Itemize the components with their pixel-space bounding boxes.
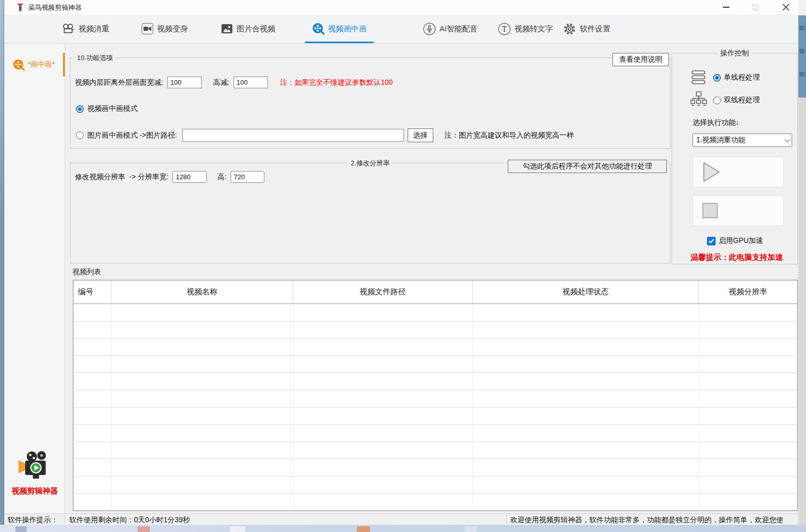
- sidebar-item-label: *画中画*: [28, 60, 55, 69]
- play-icon: [702, 161, 721, 183]
- app-window: 菜鸟视频剪辑神器 视频消重: [4, 0, 798, 525]
- taskbar-edge: [0, 525, 806, 532]
- app-logo-icon: [16, 3, 25, 12]
- sidebar: *画中画* 视频剪辑神器: [5, 44, 65, 514]
- tab-label: 软件设置: [580, 24, 610, 34]
- height-reduce-label: 高减:: [213, 78, 229, 87]
- image-pip-mode-radio[interactable]: [76, 131, 84, 139]
- status-separator: [65, 515, 65, 524]
- svg-text:T: T: [502, 25, 507, 33]
- desktop: 菜鸟视频剪辑神器 视频消重: [0, 0, 806, 532]
- image-pip-mode-label: 图片画中画模式 ->图片路径:: [87, 131, 177, 140]
- minimize-button[interactable]: [715, 0, 737, 14]
- dual-thread-label: 双线程处理: [724, 96, 760, 105]
- function-options-legend: 10.功能选项: [74, 53, 116, 63]
- tab-settings[interactable]: 软件设置: [563, 14, 610, 43]
- function-select-value: 1.视频消重功能: [696, 136, 745, 145]
- margin-settings-row: 视频内层距离外层画面宽减: 高减: 注：如果完全不懂建议参数默认100: [75, 77, 393, 88]
- movie-camera-logo-icon: [16, 450, 53, 482]
- width-reduce-label: 视频内层距离外层画面宽减:: [75, 78, 163, 87]
- text-t-icon: T: [498, 23, 511, 35]
- tab-label: 视频变身: [157, 24, 188, 34]
- stop-icon: [702, 203, 718, 218]
- resolution-legend: 2.修改分辨率: [348, 159, 392, 168]
- background-window-right-edge: [798, 0, 806, 532]
- column-divider: [111, 304, 112, 510]
- video-list-header: 编号 视频名称 视频文件路径 视频处理状态 视频分辨率: [73, 280, 797, 304]
- operation-control-legend: 操作控制: [718, 49, 752, 58]
- video-list-body[interactable]: [73, 304, 797, 510]
- resolution-width-input[interactable]: [172, 171, 207, 183]
- welcome-text: 欢迎使用视频剪辑神器，软件功能非常多，功能都是独立分明的，操作简单，欢迎您使: [510, 516, 799, 525]
- film-reel-icon: [312, 23, 324, 35]
- tab-label: 图片合视频: [237, 24, 275, 34]
- height-reduce-input[interactable]: [234, 77, 268, 88]
- chevron-down-icon: [784, 137, 790, 142]
- single-thread-label: 单线程处理: [724, 73, 760, 82]
- dual-thread-icon: [690, 91, 707, 109]
- default-param-note: 注：如果完全不懂建议参数默认100: [280, 78, 393, 87]
- tab-label: 视频转文字: [514, 24, 553, 34]
- width-reduce-input[interactable]: [167, 77, 202, 88]
- microphone-icon: [423, 23, 436, 35]
- maximize-button[interactable]: [744, 0, 766, 14]
- resolution-row: 修改视频分辨率 -> 分辨率宽: 高:: [75, 171, 264, 183]
- window-title: 菜鸟视频剪辑神器: [28, 3, 82, 12]
- video-pip-mode-label: 视频画中画模式: [87, 104, 138, 113]
- tab-video-dedup[interactable]: 视频消重: [62, 14, 109, 43]
- resolution-only-checkbox-note[interactable]: 勾选此项后程序不会对其他功能进行处理: [508, 160, 667, 173]
- stop-processing-button[interactable]: [693, 195, 784, 226]
- title-bar[interactable]: 菜鸟视频剪辑神器: [5, 0, 798, 14]
- select-function-label-row: 选择执行功能↓: [693, 118, 739, 127]
- resolution-height-input[interactable]: [231, 171, 264, 183]
- picture-icon: [221, 23, 233, 35]
- single-thread-radio[interactable]: [713, 74, 721, 82]
- tab-video-pip[interactable]: 视频画中画: [312, 14, 367, 43]
- gpu-acceleration-label: 启用GPU加速: [719, 236, 763, 245]
- gear-icon: [563, 23, 576, 35]
- movie-camera-icon: [62, 23, 75, 35]
- column-header-path[interactable]: 视频文件路径: [293, 280, 473, 303]
- gpu-acceleration-checkbox[interactable]: [707, 237, 716, 245]
- dual-thread-row[interactable]: 双线程处理: [690, 91, 760, 109]
- sidebar-logo: 视频剪辑神器: [5, 450, 65, 496]
- video-pip-mode-radio[interactable]: [76, 105, 84, 113]
- column-header-name[interactable]: 视频名称: [111, 280, 293, 303]
- sidebar-item-pip[interactable]: *画中画*: [5, 54, 65, 75]
- start-processing-button[interactable]: [693, 157, 784, 187]
- check-icon: [708, 239, 714, 243]
- sidebar-logo-label: 视频剪辑神器: [5, 486, 65, 496]
- view-instructions-button[interactable]: 查看使用说明: [612, 53, 669, 66]
- column-divider: [473, 304, 473, 510]
- video-list-table[interactable]: 编号 视频名称 视频文件路径 视频处理状态 视频分辨率: [73, 280, 798, 511]
- choose-image-button[interactable]: 选择: [408, 128, 433, 142]
- resolution-height-label: 高:: [217, 173, 226, 182]
- image-size-note: 注：图片宽高建议和导入的视频宽高一样: [445, 131, 574, 140]
- operation-control-groupbox: 操作控制 单线程处理: [671, 53, 798, 264]
- dual-thread-radio[interactable]: [713, 97, 721, 104]
- resolution-label: 修改视频分辨率 -> 分辨率宽:: [75, 173, 168, 182]
- tab-bar: 视频消重 视频变身 图片合视频: [5, 14, 798, 44]
- gpu-acceleration-row[interactable]: 启用GPU加速: [707, 236, 763, 245]
- sidebar-active-indicator: [63, 53, 65, 77]
- tab-video-to-text[interactable]: T 视频转文字: [498, 14, 553, 43]
- column-header-resolution[interactable]: 视频分辨率: [699, 280, 797, 303]
- single-thread-row[interactable]: 单线程处理: [692, 70, 760, 85]
- tab-video-transform[interactable]: 视频变身: [141, 14, 188, 43]
- tab-ai-dubbing[interactable]: AI智能配音: [423, 14, 477, 43]
- single-thread-icon: [692, 70, 706, 85]
- status-separator: [507, 515, 507, 524]
- video-pip-mode-row[interactable]: 视频画中画模式: [76, 104, 138, 113]
- tab-label: AI智能配音: [439, 24, 477, 34]
- column-header-status[interactable]: 视频处理状态: [473, 280, 699, 303]
- close-icon: [782, 4, 790, 11]
- image-pip-mode-row[interactable]: 图片画中画模式 ->图片路径: 选择 注：图片宽高建议和导入的视频宽高一样: [76, 128, 574, 142]
- film-reel-icon-orange: [13, 59, 25, 71]
- video-list-title: 视频列表: [72, 268, 101, 277]
- column-header-number[interactable]: 编号: [73, 280, 111, 303]
- column-divider: [699, 304, 699, 510]
- image-path-input[interactable]: [182, 129, 404, 142]
- tab-image-to-video[interactable]: 图片合视频: [221, 14, 275, 43]
- function-select-dropdown[interactable]: 1.视频消重功能: [693, 134, 792, 147]
- close-button[interactable]: [775, 0, 797, 14]
